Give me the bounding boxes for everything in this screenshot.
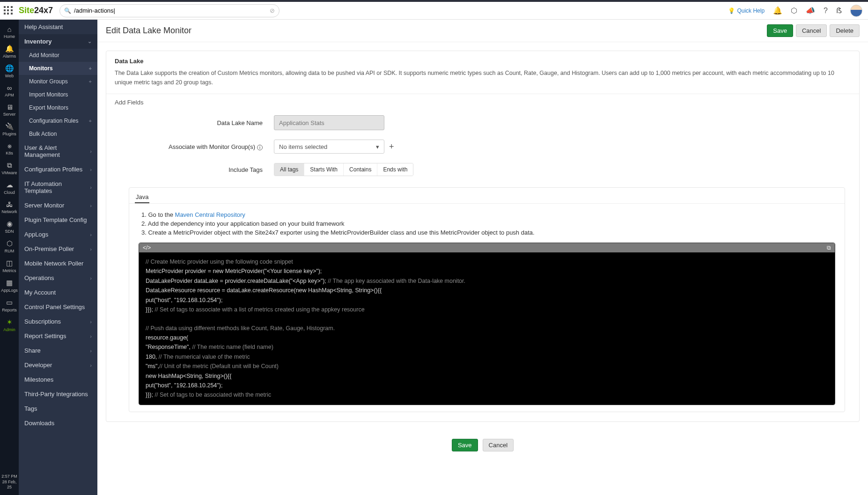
chevron-right-icon: › xyxy=(90,167,92,172)
tree-downloads[interactable]: Downloads xyxy=(19,416,97,430)
chevron-right-icon: › xyxy=(90,348,92,354)
tree-milestones[interactable]: Milestones xyxy=(19,372,97,387)
save-button-bottom[interactable]: Save xyxy=(452,439,478,451)
section-desc: The Data Lake supports the creation of C… xyxy=(115,68,851,87)
tag-option-contains[interactable]: Contains xyxy=(343,163,377,176)
icon-rail: ⌂Home🔔Alarms🌐Web∞APM🖥Server🔌Plugins⎈K8s⧉… xyxy=(0,20,19,495)
monitor-groups-select[interactable]: No items selected▾ xyxy=(274,140,384,154)
cancel-button[interactable]: Cancel xyxy=(796,24,827,37)
rail-item-network[interactable]: 🖧Network xyxy=(0,198,19,217)
info-icon[interactable]: i xyxy=(257,145,263,150)
tree-plugin-template-config[interactable]: Plugin Template Config xyxy=(19,213,97,227)
rail-item-server[interactable]: 🖥Server xyxy=(0,100,19,119)
tree-third-party-integrations[interactable]: Third-Party Integrations xyxy=(19,387,97,401)
copy-code-icon[interactable]: ⧉ xyxy=(827,244,831,251)
rail-item-cloud[interactable]: ☁Cloud xyxy=(0,178,19,198)
rail-item-reports[interactable]: ▭Reports xyxy=(0,296,19,315)
tree-server-monitor[interactable]: Server Monitor› xyxy=(19,198,97,213)
plus-icon[interactable]: + xyxy=(89,79,92,84)
tree-configuration-rules[interactable]: Configuration Rules+ xyxy=(19,114,97,127)
plus-icon[interactable]: + xyxy=(89,118,92,124)
tab-java[interactable]: Java xyxy=(135,192,149,203)
tree-help-assistant[interactable]: Help Assistant xyxy=(19,20,97,34)
rail-label: Plugins xyxy=(2,132,16,136)
logo[interactable]: Site24x7 xyxy=(19,6,53,15)
tag-option-all-tags[interactable]: All tags xyxy=(274,163,304,176)
search-input[interactable] xyxy=(59,4,280,17)
k8s-icon: ⎈ xyxy=(7,142,12,150)
announce-icon[interactable]: 📣 xyxy=(806,6,815,15)
alarms-icon: 🔔 xyxy=(5,44,14,53)
tree-subscriptions[interactable]: Subscriptions› xyxy=(19,314,97,329)
metrics-icon: ◫ xyxy=(6,259,13,267)
tree-add-monitor[interactable]: Add Monitor xyxy=(19,49,97,62)
delete-button[interactable]: Delete xyxy=(830,24,860,37)
sdn-icon: ◉ xyxy=(7,220,13,228)
tag-option-starts-with[interactable]: Starts With xyxy=(304,163,343,176)
tree-my-account[interactable]: My Account xyxy=(19,285,97,300)
main-content: Edit Data Lake Monitor Save Cancel Delet… xyxy=(97,20,868,495)
code-snippet: // Create Metric provider using the foll… xyxy=(139,252,835,405)
chevron-right-icon: › xyxy=(90,362,92,368)
rail-item-metrics[interactable]: ◫Metrics xyxy=(0,256,19,276)
reports-icon: ▭ xyxy=(6,298,13,307)
rail-item-plugins[interactable]: 🔌Plugins xyxy=(0,119,19,139)
apps-grid-icon[interactable] xyxy=(4,6,13,15)
rail-item-home[interactable]: ⌂Home xyxy=(0,22,19,42)
rail-label: APM xyxy=(5,93,14,97)
rail-label: K8s xyxy=(6,151,13,155)
tree-monitor-groups[interactable]: Monitor Groups+ xyxy=(19,75,97,88)
help-icon[interactable]: ? xyxy=(824,7,828,15)
cancel-button-bottom[interactable]: Cancel xyxy=(483,439,514,451)
quick-help-link[interactable]: 💡Quick Help xyxy=(728,7,765,14)
rail-item-web[interactable]: 🌐Web xyxy=(0,61,19,81)
save-button[interactable]: Save xyxy=(767,24,793,37)
avatar[interactable] xyxy=(850,5,862,17)
rum-icon: ⬡ xyxy=(7,239,13,248)
rail-item-sdn[interactable]: ◉SDN xyxy=(0,217,19,236)
maven-link[interactable]: Maven Central Repository xyxy=(175,211,245,218)
rail-item-apm[interactable]: ∞APM xyxy=(0,81,19,100)
tree-export-monitors[interactable]: Export Monitors xyxy=(19,101,97,114)
plus-icon[interactable]: + xyxy=(89,66,92,71)
tree-report-settings[interactable]: Report Settings› xyxy=(19,329,97,343)
rail-item-rum[interactable]: ⬡RUM xyxy=(0,236,19,256)
tree-control-panel-settings[interactable]: Control Panel Settings xyxy=(19,300,97,314)
rail-item-k8s[interactable]: ⎈K8s xyxy=(0,139,19,158)
rail-item-vmware[interactable]: ⧉VMware xyxy=(0,158,19,178)
add-group-button[interactable]: + xyxy=(389,142,394,152)
nav-tree: Help AssistantInventory⌄Add MonitorMonit… xyxy=(19,20,97,495)
tree-applogs[interactable]: AppLogs› xyxy=(19,227,97,242)
bell-icon[interactable]: 🔔 xyxy=(773,6,782,15)
tree-tags[interactable]: Tags xyxy=(19,401,97,416)
rail-item-applogs[interactable]: ▦AppLogs xyxy=(0,276,19,296)
server-icon: 🖥 xyxy=(6,103,13,111)
clear-search-icon[interactable]: ⊘ xyxy=(270,7,275,14)
tree-configuration-profiles[interactable]: Configuration Profiles› xyxy=(19,162,97,177)
tree-user-&-alert-management[interactable]: User & Alert Management› xyxy=(19,140,97,162)
tree-on-premise-poller[interactable]: On-Premise Poller› xyxy=(19,242,97,256)
tree-mobile-network-poller[interactable]: Mobile Network Poller xyxy=(19,256,97,271)
chevron-right-icon: › xyxy=(90,148,92,154)
tree-operations[interactable]: Operations› xyxy=(19,271,97,285)
tag-option-ends-with[interactable]: Ends with xyxy=(377,163,413,176)
tree-share[interactable]: Share› xyxy=(19,343,97,358)
chevron-right-icon: › xyxy=(90,203,92,208)
instruction-1: 1. Go to the Maven Central Repository xyxy=(141,210,832,219)
apm-icon: ∞ xyxy=(7,84,12,92)
section-heading: Data Lake xyxy=(115,58,851,65)
tree-developer[interactable]: Developer› xyxy=(19,358,97,372)
data-lake-name-label: Data Lake Name xyxy=(115,119,274,126)
rail-item-alarms[interactable]: 🔔Alarms xyxy=(0,42,19,61)
rail-item-admin[interactable]: ✶Admin xyxy=(0,315,19,335)
accessibility-icon[interactable]: ẞ xyxy=(836,6,842,15)
rail-label: Cloud xyxy=(4,190,15,195)
instruction-2: 2. Add the dependency into your applicat… xyxy=(141,219,832,228)
tree-monitors[interactable]: Monitors+ xyxy=(19,62,97,75)
shield-icon[interactable]: ⬡ xyxy=(791,6,797,15)
rail-label: SDN xyxy=(5,229,14,234)
tree-it-automation-templates[interactable]: IT Automation Templates› xyxy=(19,177,97,198)
tree-inventory[interactable]: Inventory⌄ xyxy=(19,34,97,49)
tree-import-monitors[interactable]: Import Monitors xyxy=(19,88,97,101)
tree-bulk-action[interactable]: Bulk Action xyxy=(19,127,97,140)
